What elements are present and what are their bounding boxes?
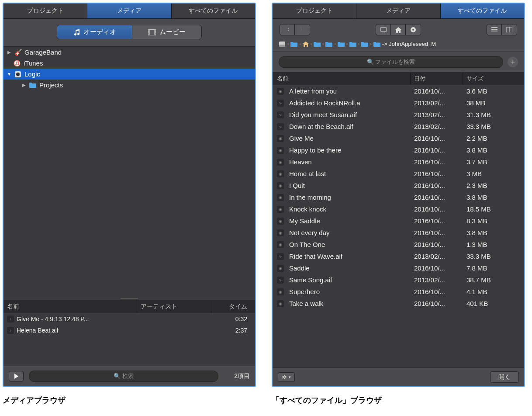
- table-row[interactable]: ◉Give Me2016/10/...2.2 MB: [273, 132, 524, 144]
- disc-icon: ◉: [277, 170, 284, 177]
- table-row[interactable]: ◉Knock knock2016/10/...18.5 MB: [273, 203, 524, 215]
- table-row[interactable]: ◉I Quit2016/10/...2.3 MB: [273, 180, 524, 191]
- col-header-time[interactable]: タイム: [211, 301, 255, 313]
- disclosure-triangle-icon[interactable]: ▶: [7, 50, 11, 55]
- home-button[interactable]: [391, 24, 406, 35]
- col-header-size[interactable]: サイズ: [463, 73, 524, 85]
- file-date: 2016/10/...: [411, 215, 463, 227]
- file-date: 2016/10/...: [411, 227, 463, 239]
- disc-icon: ◉: [277, 182, 284, 189]
- audio-file-icon: ♪: [7, 327, 14, 334]
- file-date: 2016/10/...: [411, 85, 463, 97]
- file-artist: [137, 328, 211, 333]
- waveform-icon: ∿: [277, 111, 284, 118]
- project-button[interactable]: [406, 24, 421, 35]
- file-size: 3.7 MB: [463, 156, 524, 168]
- open-button[interactable]: 開く: [490, 371, 519, 383]
- folder-icon: [338, 42, 345, 47]
- forward-button[interactable]: 〉: [295, 24, 310, 35]
- subtab-audio-label: オーディオ: [83, 28, 116, 36]
- chevron-right-icon: ›: [370, 42, 371, 46]
- action-menu-button[interactable]: ✲ ▾: [278, 372, 295, 382]
- disc-icon: ◉: [277, 241, 284, 248]
- col-header-date[interactable]: 日付: [411, 73, 463, 85]
- media-browser-panel: プロジェクト メディア すべてのファイル オーディオ: [3, 3, 256, 387]
- tab-project[interactable]: プロジェクト: [3, 3, 87, 18]
- chevron-right-icon: ›: [311, 42, 312, 46]
- chevron-left-icon: 〈: [284, 26, 290, 34]
- chevron-right-icon: ›: [358, 42, 359, 46]
- tab-media[interactable]: メディア: [356, 3, 440, 18]
- file-name: Saddle: [289, 264, 310, 272]
- file-date: 2016/10/...: [411, 144, 463, 156]
- tab-media[interactable]: メディア: [87, 3, 171, 18]
- disclosure-triangle-icon[interactable]: ▶: [22, 83, 26, 87]
- table-row[interactable]: ◉Heaven2016/10/...3.7 MB: [273, 156, 524, 168]
- table-row[interactable]: ◉Superhero2016/10/...4.1 MB: [273, 286, 524, 298]
- tree-item-logic[interactable]: ▼ Logic: [3, 69, 255, 80]
- svg-rect-8: [382, 32, 385, 32]
- table-row[interactable]: ∿Addicted to RockNRoll.a2013/02/...38 MB: [273, 97, 524, 109]
- col-header-artist[interactable]: アーティスト: [137, 301, 211, 313]
- table-row[interactable]: ∿Down at the Beach.aif2013/02/...33.3 MB: [273, 121, 524, 132]
- col-header-name[interactable]: 名前: [273, 73, 411, 85]
- search-input[interactable]: 🔍 検索: [29, 371, 218, 382]
- table-row[interactable]: ◉Not every day2016/10/...3.8 MB: [273, 227, 524, 239]
- split-drag-handle[interactable]: [121, 298, 138, 300]
- table-row[interactable]: ◉A letter from you2016/10/...3.6 MB: [273, 85, 524, 97]
- computer-button[interactable]: [376, 24, 391, 35]
- table-row[interactable]: ◉Saddle2016/10/...7.8 MB: [273, 262, 524, 274]
- file-name: Give Me - 4:9:13 12.48 P...: [17, 315, 89, 322]
- table-row[interactable]: ◉On The One2016/10/...1.3 MB: [273, 239, 524, 250]
- back-button[interactable]: 〈: [280, 24, 295, 35]
- table-row[interactable]: ◉Take a walk2016/10/...401 KB: [273, 298, 524, 309]
- col-header-name[interactable]: 名前: [3, 301, 137, 313]
- table-row[interactable]: ◉Home at last2016/10/...3 MB: [273, 168, 524, 180]
- file-search-input[interactable]: 🔍 ファイルを検索: [279, 56, 503, 68]
- table-row[interactable]: ∿Did you meet Susan.aif2013/02/...31.3 M…: [273, 109, 524, 121]
- list-item[interactable]: ♪Give Me - 4:9:13 12.48 P...0:32: [3, 313, 255, 325]
- waveform-icon: ∿: [277, 100, 284, 107]
- file-name: Addicted to RockNRoll.a: [289, 99, 360, 107]
- tree-item-itunes[interactable]: iTunes: [3, 58, 255, 69]
- gear-icon: ✲: [282, 374, 287, 381]
- table-row[interactable]: ∿Same Song.aif2013/02/...38.7 MB: [273, 274, 524, 286]
- disc-icon: ◉: [277, 288, 284, 295]
- list-view-button[interactable]: [487, 24, 502, 35]
- file-name: Ride that Wave.aif: [289, 253, 342, 260]
- table-row[interactable]: ◉Happy to be there2016/10/...3.8 MB: [273, 144, 524, 156]
- add-button[interactable]: ＋: [508, 57, 518, 67]
- file-name: Down at the Beach.aif: [289, 123, 353, 130]
- tree-item-projects[interactable]: ▶ Projects: [3, 80, 255, 90]
- file-date: 2016/10/...: [411, 132, 463, 144]
- disclosure-triangle-icon[interactable]: ▼: [7, 72, 11, 76]
- source-tree: ▶ 🎸 GarageBand iTunes ▼ Logic: [3, 47, 255, 90]
- tree-item-garageband[interactable]: ▶ 🎸 GarageBand: [3, 47, 255, 58]
- music-note-icon: [73, 29, 80, 36]
- column-view-button[interactable]: [502, 24, 517, 35]
- play-button[interactable]: [9, 371, 24, 381]
- disc-icon: ◉: [277, 218, 284, 225]
- subtab-movie[interactable]: ムービー: [132, 25, 201, 39]
- left-caption: メディアブラウザ: [3, 395, 256, 406]
- table-row[interactable]: ∿Ride that Wave.aif2013/02/...33.3 MB: [273, 250, 524, 262]
- disc-icon: ◉: [277, 206, 284, 213]
- tab-project[interactable]: プロジェクト: [273, 3, 356, 18]
- folder-icon: [361, 42, 368, 47]
- chevron-right-icon: ›: [287, 42, 289, 46]
- file-size: 2.3 MB: [463, 180, 524, 191]
- media-list-header: 名前 アーティスト タイム: [3, 301, 255, 313]
- table-row[interactable]: ◉In the morning2016/10/...3.8 MB: [273, 191, 524, 203]
- play-icon: [14, 374, 19, 379]
- breadcrumb[interactable]: › › › › › › › › -> JohnAppleseed_M: [273, 39, 524, 52]
- table-row[interactable]: ◉My Saddle2016/10/...8.3 MB: [273, 215, 524, 227]
- tab-all-files[interactable]: すべてのファイル: [172, 3, 255, 18]
- subtab-audio[interactable]: オーディオ: [57, 25, 132, 39]
- media-subtabs: オーディオ ムービー: [3, 19, 255, 47]
- disc-icon: ◉: [277, 229, 284, 236]
- list-item[interactable]: ♪Helena Beat.aif2:37: [3, 325, 255, 336]
- file-size: 3 MB: [463, 168, 524, 180]
- file-time: 2:37: [211, 325, 255, 336]
- columns-icon: [506, 27, 512, 32]
- tab-all-files[interactable]: すべてのファイル: [441, 3, 524, 18]
